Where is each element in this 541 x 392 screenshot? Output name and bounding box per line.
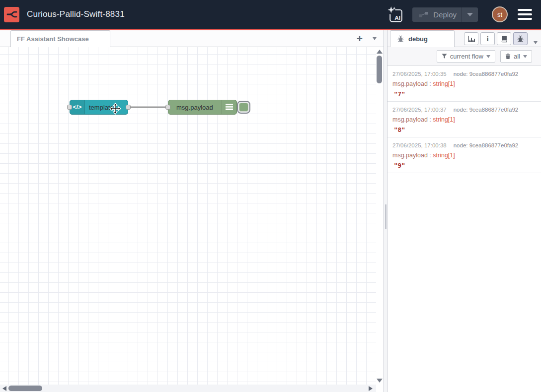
node-debug[interactable]: msg.payload <box>168 100 237 115</box>
message-value: "9" <box>392 162 536 169</box>
message-source-node: node: 9cea886877e0fa92 <box>454 142 518 148</box>
horizontal-scrollbar <box>0 385 376 392</box>
debug-list-icon <box>222 100 236 114</box>
tab-controls: + <box>357 30 377 47</box>
sidebar-tabbar: debug i <box>387 30 541 47</box>
filter-label: current flow <box>450 53 483 60</box>
chevron-down-icon <box>486 55 490 58</box>
bug-icon <box>397 35 404 43</box>
flowfuse-logo <box>4 7 19 22</box>
debug-clear-button[interactable]: all <box>500 50 532 63</box>
message-timestamp: 27/06/2025, 17:00:38 <box>392 142 447 148</box>
chevron-down-icon <box>373 37 377 40</box>
debug-message: 27/06/2025, 17:00:37node: 9cea886877e0fa… <box>387 102 541 137</box>
hamburger-icon <box>518 13 532 15</box>
code-icon: </> <box>70 100 85 114</box>
template-input-port[interactable] <box>67 105 72 110</box>
clear-label: all <box>514 53 520 60</box>
ai-sparkle-icon: AI <box>386 5 404 24</box>
message-meta: 27/06/2025, 17:00:38node: 9cea886877e0fa… <box>392 142 536 148</box>
horizontal-scroll-thumb[interactable] <box>8 386 42 391</box>
debug-enable-toggle[interactable] <box>237 101 250 114</box>
message-timestamp: 27/06/2025, 17:00:35 <box>392 71 447 77</box>
chart-bar-icon <box>467 35 475 43</box>
chevron-down-icon <box>534 41 538 44</box>
scroll-left-arrow[interactable] <box>2 386 6 391</box>
message-meta: 27/06/2025, 17:00:37node: 9cea886877e0fa… <box>392 107 536 113</box>
debug-tab-label: debug <box>408 35 428 43</box>
message-property: msg.payload <box>392 80 428 87</box>
debug-message-list: 27/06/2025, 17:00:35node: 9cea886877e0fa… <box>387 66 541 173</box>
workspace-tabbar: FF Assistant Showcase + <box>0 30 384 47</box>
message-type: string[1] <box>433 116 455 123</box>
message-type: string[1] <box>433 80 455 87</box>
debug-message: 27/06/2025, 17:00:35node: 9cea886877e0fa… <box>387 66 541 102</box>
header: Curious-Pallid-Swift-8831 AI <box>0 0 541 30</box>
template-output-port[interactable] <box>126 105 131 110</box>
debug-toolbar: current flow all <box>387 47 541 66</box>
deploy-options-button[interactable] <box>462 13 478 16</box>
node-template-label: template <box>89 100 114 114</box>
chevron-down-icon <box>467 13 473 16</box>
deploy-button-group: Deploy <box>412 7 478 22</box>
message-property-row[interactable]: msg.payload : string[1] <box>392 80 536 87</box>
deploy-button[interactable]: Deploy <box>412 10 462 19</box>
bug-icon <box>517 35 524 43</box>
flow-list-button[interactable] <box>373 37 377 40</box>
book-icon <box>500 35 508 43</box>
tab-debug-active[interactable]: debug <box>390 30 455 47</box>
info-icon: i <box>486 35 488 43</box>
debug-filter-button[interactable]: current flow <box>437 50 495 63</box>
svg-text:AI: AI <box>394 14 400 21</box>
sidebar-panel-buttons: i <box>464 32 528 45</box>
message-timestamp: 27/06/2025, 17:00:37 <box>392 107 447 113</box>
flow-canvas[interactable]: </> template msg.payload <box>0 47 376 385</box>
tab-dashboard[interactable] <box>464 32 478 45</box>
property-separator: : <box>428 152 433 159</box>
branch-icon <box>6 10 17 19</box>
tab-flow-active[interactable]: FF Assistant Showcase <box>10 30 110 47</box>
scroll-right-arrow[interactable] <box>369 386 373 391</box>
hamburger-icon <box>518 9 532 11</box>
chevron-down-icon <box>523 55 527 58</box>
hamburger-icon <box>518 18 532 20</box>
tab-help[interactable] <box>497 32 511 45</box>
scroll-up-arrow[interactable] <box>377 50 383 54</box>
sidebar-resize-handle[interactable] <box>384 30 387 392</box>
header-actions: AI Deploy st <box>386 4 533 24</box>
flow-tab-label: FF Assistant Showcase <box>17 35 89 43</box>
message-property-row[interactable]: msg.payload : string[1] <box>392 116 536 123</box>
message-type: string[1] <box>433 152 455 159</box>
debug-input-port[interactable] <box>165 105 170 110</box>
message-property: msg.payload <box>392 152 428 159</box>
message-value: "8" <box>392 126 536 133</box>
deploy-label: Deploy <box>433 10 457 19</box>
page-title: Curious-Pallid-Swift-8831 <box>27 9 125 19</box>
ai-assistant-button[interactable]: AI <box>386 4 404 24</box>
add-flow-button[interactable]: + <box>357 33 363 44</box>
message-meta: 27/06/2025, 17:00:35node: 9cea886877e0fa… <box>392 71 536 77</box>
tab-debug-button[interactable] <box>513 32 528 45</box>
message-value: "7" <box>392 90 536 98</box>
wire-layer <box>0 47 376 385</box>
resize-grip <box>385 204 386 229</box>
tab-info[interactable]: i <box>480 32 495 45</box>
vertical-scrollbar <box>375 47 384 385</box>
message-source-node: node: 9cea886877e0fa92 <box>454 107 518 113</box>
main-menu-button[interactable] <box>517 7 533 22</box>
funnel-icon <box>442 54 447 59</box>
sidebar: debug i <box>387 30 541 392</box>
property-separator: : <box>428 116 433 123</box>
message-property: msg.payload <box>392 116 428 123</box>
node-red-app: Curious-Pallid-Swift-8831 AI <box>0 0 541 392</box>
scroll-down-arrow[interactable] <box>377 379 383 383</box>
avatar-initials: st <box>497 11 502 18</box>
vertical-scroll-thumb[interactable] <box>377 56 382 83</box>
debug-message: 27/06/2025, 17:00:38node: 9cea886877e0fa… <box>387 137 541 173</box>
user-avatar[interactable]: st <box>492 6 508 22</box>
node-template[interactable]: </> template <box>70 100 128 115</box>
message-property-row[interactable]: msg.payload : string[1] <box>392 152 536 159</box>
sidebar-tabs-menu-button[interactable] <box>534 37 538 46</box>
node-debug-label: msg.payload <box>176 100 213 114</box>
deploy-nodes-icon <box>419 11 429 18</box>
